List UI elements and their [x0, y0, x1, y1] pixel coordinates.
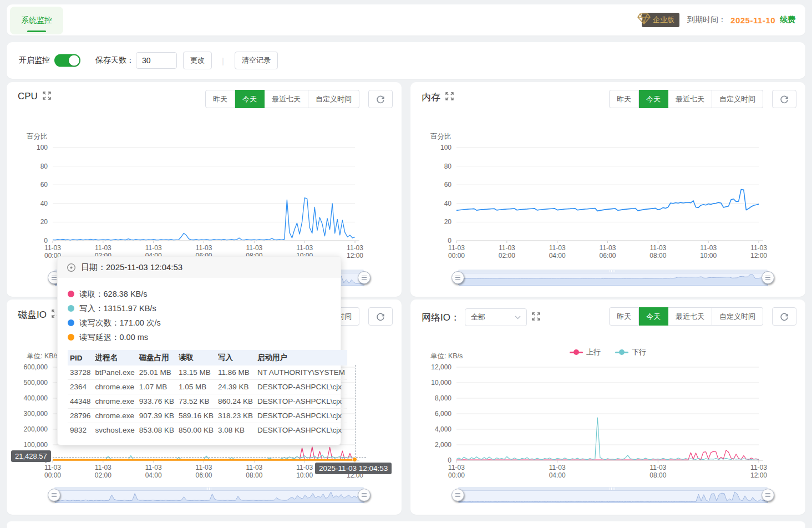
series-dot: [68, 291, 74, 297]
svg-text:2,000: 2,000: [435, 441, 451, 449]
svg-text:11-0308:00: 11-0308:00: [246, 464, 262, 479]
svg-text:400,000: 400,000: [24, 394, 48, 402]
tab-label: 系统监控: [21, 16, 52, 26]
metric-text: 读写延迟：0.00 ms: [79, 332, 148, 343]
process-table: PID进程名磁盘占用读取写入启动用户 33728btPanel.exe25.01…: [68, 350, 347, 437]
svg-text:40: 40: [444, 200, 452, 207]
svg-text:100,000: 100,000: [24, 441, 48, 449]
svg-text:100: 100: [440, 144, 451, 151]
axis-pointer-dot: [352, 457, 357, 462]
svg-text:4,000: 4,000: [435, 425, 451, 433]
svg-text:40: 40: [40, 200, 48, 207]
range-yesterday[interactable]: 昨天: [609, 90, 639, 108]
svg-text:0: 0: [448, 237, 451, 245]
memory-datazoom-slider[interactable]: [457, 270, 769, 286]
range-last7days[interactable]: 最近七天: [265, 90, 308, 108]
svg-text:80: 80: [40, 163, 48, 170]
svg-text:11-0308:00: 11-0308:00: [649, 464, 666, 479]
svg-text:11-0304:00: 11-0304:00: [145, 464, 162, 479]
network-chart: 02,0004,0006,0008,00010,00012,00011-0300…: [415, 351, 801, 486]
monitor-toolbar: 开启监控 保存天数： 更改 | 清空记录: [7, 42, 805, 79]
interface-select[interactable]: 全部: [465, 308, 527, 326]
svg-text:11-0300:00: 11-0300:00: [448, 244, 465, 260]
svg-text:200,000: 200,000: [24, 425, 48, 433]
fullscreen-icon[interactable]: [532, 312, 540, 323]
datazoom-handle-left[interactable]: [451, 489, 464, 501]
clear-records-button[interactable]: 清空记录: [235, 52, 278, 69]
tooltip-date-label: 日期：: [81, 262, 106, 272]
range-last7days[interactable]: 最近七天: [668, 307, 712, 326]
range-today[interactable]: 今天: [639, 90, 668, 108]
monitor-toggle[interactable]: [54, 54, 80, 67]
table-row: 9832svchost.exe853.08 KB850.00 KB3.08 KB…: [68, 423, 347, 438]
svg-text:百分比: 百分比: [27, 133, 48, 140]
metric-text: 写入：13151.97 KB/s: [79, 303, 156, 314]
refresh-button[interactable]: [368, 90, 393, 108]
svg-text:20: 20: [444, 218, 452, 226]
range-custom[interactable]: 自定义时间: [712, 90, 763, 108]
svg-text:百分比: 百分比: [430, 133, 451, 140]
svg-text:11-0310:00: 11-0310:00: [700, 244, 717, 260]
tab-system-monitor[interactable]: 系统监控: [10, 7, 63, 34]
table-row: 44348chrome.exe933.76 KB73.52 KB860.24 K…: [68, 394, 347, 409]
panel-memory-title: 内存: [422, 91, 440, 104]
svg-text:10,000: 10,000: [431, 379, 451, 387]
range-today[interactable]: 今天: [235, 90, 265, 108]
series-dot: [68, 305, 74, 312]
svg-text:11-0304:00: 11-0304:00: [549, 244, 566, 260]
renew-link[interactable]: 续费: [780, 15, 795, 25]
svg-text:0: 0: [44, 237, 48, 245]
table-header: PID: [68, 350, 93, 365]
crosshair-horizontal: [53, 457, 366, 458]
fullscreen-icon[interactable]: [43, 92, 51, 102]
svg-text:8,000: 8,000: [435, 394, 451, 402]
chevron-down-icon: [515, 316, 521, 319]
diamond-icon: [637, 13, 651, 27]
memory-chart: 02040608010011-0300:0011-0302:0011-0304:…: [415, 131, 801, 267]
table-row: 28796chrome.exe907.39 KB589.16 KB318.23 …: [68, 409, 347, 423]
svg-text:6,000: 6,000: [435, 410, 451, 418]
axis-pointer-y-label: 21,428.57: [11, 450, 51, 462]
svg-text:20: 20: [40, 218, 48, 226]
datazoom-handle-right[interactable]: [762, 489, 774, 501]
svg-text:60: 60: [40, 181, 48, 189]
refresh-button[interactable]: [772, 307, 796, 326]
disk-io-tooltip: 日期：2025-11-03 12:04:53 读取：628.38 KB/s写入：…: [57, 256, 341, 445]
network-datazoom-slider[interactable]: [457, 487, 769, 504]
range-group: 昨天 今天 最近七天 自定义时间: [205, 90, 359, 108]
change-button[interactable]: 更改: [183, 52, 212, 69]
datazoom-handle-left[interactable]: [451, 271, 464, 284]
datazoom-handle-right[interactable]: [358, 489, 371, 501]
license-info: 企业版 到期时间： 2025-11-10 续费: [637, 4, 795, 35]
svg-text:11-0302:00: 11-0302:00: [95, 464, 111, 479]
refresh-button[interactable]: [772, 90, 796, 108]
refresh-button[interactable]: [368, 307, 393, 326]
metric-text: 读写次数：171.00 次/s: [79, 318, 161, 328]
expire-label: 到期时间：: [687, 15, 726, 25]
datazoom-handle-right[interactable]: [358, 271, 371, 284]
tooltip-date-value: 2025-11-03 12:04:53: [106, 262, 182, 272]
range-custom[interactable]: 自定义时间: [308, 90, 359, 108]
table-row: 2364chrome.exe1.07 MB1.05 MB24.39 KBDESK…: [68, 380, 347, 394]
fullscreen-icon[interactable]: [445, 92, 454, 103]
range-custom[interactable]: 自定义时间: [712, 307, 763, 326]
series-dot: [68, 319, 74, 326]
clock-target-icon: [67, 263, 76, 272]
expire-date: 2025-11-10: [730, 16, 775, 25]
range-today[interactable]: 今天: [639, 307, 668, 326]
range-last7days[interactable]: 最近七天: [668, 90, 712, 108]
panel-network-title: 网络IO：: [422, 311, 460, 324]
datazoom-handle-right[interactable]: [762, 271, 774, 284]
tooltip-metrics: 读取：628.38 KB/s写入：13151.97 KB/s读写次数：171.0…: [68, 287, 331, 344]
svg-text:100: 100: [37, 144, 48, 151]
toolbar-divider: |: [222, 56, 224, 65]
range-yesterday[interactable]: 昨天: [205, 90, 235, 108]
svg-text:11-0312:00: 11-0312:00: [750, 464, 767, 479]
save-days-input[interactable]: [136, 52, 177, 69]
range-yesterday[interactable]: 昨天: [609, 307, 639, 326]
monitor-toggle-label: 开启监控: [19, 55, 50, 65]
disk-datazoom-slider[interactable]: [53, 487, 365, 504]
range-group: 昨天 今天 最近七天 自定义时间: [609, 90, 763, 108]
svg-text:60: 60: [444, 181, 452, 189]
datazoom-handle-left[interactable]: [48, 489, 60, 501]
